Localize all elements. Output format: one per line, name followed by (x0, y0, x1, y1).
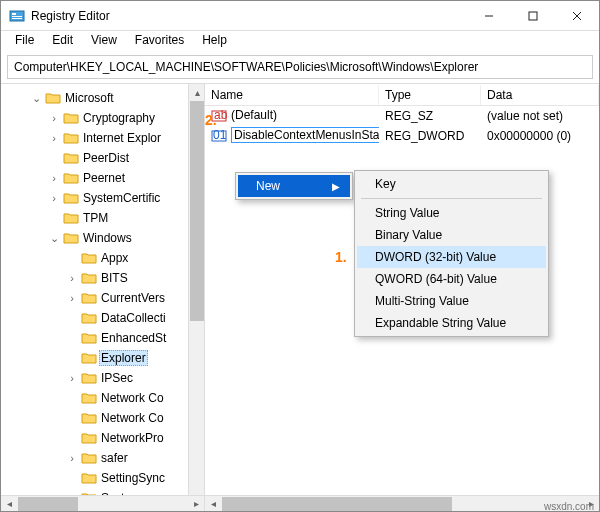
ctx-string-value[interactable]: String Value (357, 202, 546, 224)
list-horizontal-scrollbar[interactable]: ◂ ▸ (205, 495, 599, 511)
folder-icon (81, 371, 97, 385)
folder-icon (63, 151, 79, 165)
tree-item[interactable]: TPM (47, 208, 188, 228)
ctx-binary-value[interactable]: Binary Value (357, 224, 546, 246)
menu-help[interactable]: Help (194, 32, 235, 52)
chevron-down-icon[interactable]: ⌄ (47, 232, 61, 245)
minimize-button[interactable] (467, 1, 511, 31)
ctx-key[interactable]: Key (357, 173, 546, 195)
context-menu-new[interactable]: New ▶ (238, 175, 350, 197)
tree-item-label: IPSec (99, 371, 135, 385)
tree-item-label: SystemCertific (81, 191, 162, 205)
tree-item[interactable]: Explorer (65, 348, 188, 368)
tree-item[interactable]: ⌄Windows (47, 228, 188, 248)
tree-item[interactable]: SettingSync (65, 468, 188, 488)
tree-item[interactable]: Network Co (65, 388, 188, 408)
tree-item[interactable]: ›safer (65, 448, 188, 468)
tree-item[interactable]: Appx (65, 248, 188, 268)
ctx-dword-value[interactable]: DWORD (32-bit) Value (357, 246, 546, 268)
value-type: REG_SZ (379, 108, 481, 124)
chevron-right-icon[interactable]: › (65, 452, 79, 464)
tree-item-label: Cryptography (81, 111, 157, 125)
context-menu-new-submenu: Key String Value Binary Value DWORD (32-… (354, 170, 549, 337)
tree-horizontal-scrollbar[interactable]: ◂ ▸ (1, 495, 204, 511)
tree-item[interactable]: ›Internet Explor (47, 128, 188, 148)
tree-h-thumb[interactable] (18, 497, 78, 511)
ctx-qword-value[interactable]: QWORD (64-bit) Value (357, 268, 546, 290)
chevron-right-icon[interactable]: › (47, 192, 61, 204)
ctx-separator (361, 198, 542, 199)
tree-item[interactable]: ›Peernet (47, 168, 188, 188)
svg-rect-2 (12, 16, 22, 17)
tree-item[interactable]: ⌄Microsoft (29, 88, 188, 108)
chevron-right-icon[interactable]: › (65, 272, 79, 284)
tree-item[interactable]: ›SystemCertific (47, 188, 188, 208)
tree-item[interactable]: ›CurrentVers (65, 288, 188, 308)
tree-item[interactable]: ›IPSec (65, 368, 188, 388)
svg-rect-3 (12, 18, 22, 19)
address-bar[interactable]: Computer\HKEY_LOCAL_MACHINE\SOFTWARE\Pol… (7, 55, 593, 79)
tree-item-label: Explorer (99, 350, 148, 366)
tree-item-label: EnhancedSt (99, 331, 168, 345)
tree-item[interactable]: DataCollecti (65, 308, 188, 328)
col-data[interactable]: Data (481, 85, 599, 105)
folder-icon (63, 231, 79, 245)
chevron-right-icon[interactable]: › (47, 132, 61, 144)
folder-icon (81, 331, 97, 345)
tree-item[interactable]: System (65, 488, 188, 495)
tree-item-label: TPM (81, 211, 110, 225)
tree-vertical-scrollbar[interactable]: ▴ (188, 84, 204, 495)
tree-item[interactable]: EnhancedSt (65, 328, 188, 348)
folder-icon (63, 111, 79, 125)
col-type[interactable]: Type (379, 85, 481, 105)
value-name: (Default) (231, 108, 277, 122)
ctx-multistring-value[interactable]: Multi-String Value (357, 290, 546, 312)
scroll-left-icon[interactable]: ◂ (205, 496, 221, 512)
folder-icon (81, 271, 97, 285)
tree-v-thumb[interactable] (190, 101, 204, 321)
maximize-button[interactable] (511, 1, 555, 31)
col-name[interactable]: Name (205, 85, 379, 105)
tree-pane: ⌄Microsoft›Cryptography›Internet ExplorP… (1, 84, 205, 511)
chevron-right-icon[interactable]: › (65, 292, 79, 304)
list-pane: Name Type Data ab(Default)REG_SZ(value n… (205, 84, 599, 511)
content-area: ⌄Microsoft›Cryptography›Internet ExplorP… (1, 83, 599, 511)
folder-icon (63, 131, 79, 145)
tree-item-label: Network Co (99, 391, 166, 405)
value-name-edit[interactable]: DisableContextMenusInStart (231, 127, 379, 143)
tree-item[interactable]: NetworkPro (65, 428, 188, 448)
menu-view[interactable]: View (83, 32, 125, 52)
folder-icon (63, 211, 79, 225)
chevron-right-icon[interactable]: › (47, 172, 61, 184)
svg-text:011: 011 (213, 128, 227, 142)
value-data: (value not set) (481, 108, 599, 124)
scroll-up-icon[interactable]: ▴ (189, 84, 205, 100)
chevron-down-icon[interactable]: ⌄ (29, 92, 43, 105)
tree-item[interactable]: PeerDist (47, 148, 188, 168)
scroll-right-icon[interactable]: ▸ (188, 496, 204, 512)
tree-item[interactable]: ›BITS (65, 268, 188, 288)
menu-edit[interactable]: Edit (44, 32, 81, 52)
menu-file[interactable]: File (7, 32, 42, 52)
list-h-thumb[interactable] (222, 497, 452, 511)
tree-item-label: BITS (99, 271, 130, 285)
menu-favorites[interactable]: Favorites (127, 32, 192, 52)
chevron-right-icon[interactable]: › (47, 112, 61, 124)
context-menu-parent: New ▶ (235, 172, 353, 200)
tree-item-label: Peernet (81, 171, 127, 185)
close-button[interactable] (555, 1, 599, 31)
registry-tree[interactable]: ⌄Microsoft›Cryptography›Internet ExplorP… (1, 84, 188, 495)
tree-item-label: NetworkPro (99, 431, 166, 445)
tree-item[interactable]: Network Co (65, 408, 188, 428)
value-list[interactable]: ab(Default)REG_SZ(value not set)011Disab… (205, 106, 599, 146)
value-row[interactable]: ab(Default)REG_SZ(value not set) (205, 106, 599, 126)
tree-item[interactable]: ›Cryptography (47, 108, 188, 128)
chevron-right-icon[interactable]: › (65, 372, 79, 384)
folder-icon (81, 351, 97, 365)
value-row[interactable]: 011DisableContextMenusInStartREG_DWORD0x… (205, 126, 599, 146)
window-title: Registry Editor (31, 9, 467, 23)
registry-editor-window: Registry Editor File Edit View Favorites… (0, 0, 600, 512)
scroll-left-icon[interactable]: ◂ (1, 496, 17, 512)
tree-item-label: Internet Explor (81, 131, 163, 145)
ctx-expandable-value[interactable]: Expandable String Value (357, 312, 546, 334)
